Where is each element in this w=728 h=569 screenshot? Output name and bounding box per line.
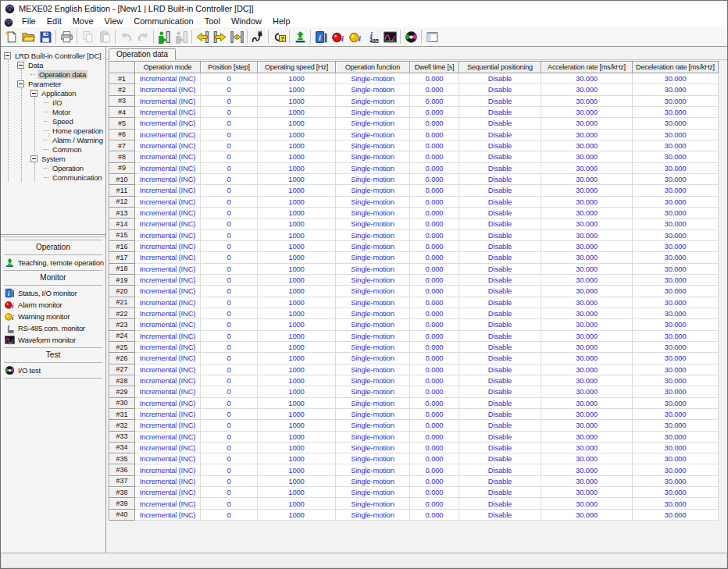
cell[interactable]: 0.000 — [410, 353, 459, 364]
cell[interactable]: Incremental (INC) — [135, 151, 201, 162]
cell[interactable]: 30.000 — [541, 73, 633, 84]
cell[interactable]: Disable — [459, 173, 541, 184]
cell[interactable]: 0.000 — [410, 286, 459, 297]
cell[interactable]: Incremental (INC) — [135, 73, 201, 84]
command-alarm-monitor[interactable]: iAlarm monitor — [2, 299, 104, 311]
toolbar-connection-check-button[interactable]: ? — [270, 28, 287, 45]
cell[interactable]: 0 — [201, 274, 258, 285]
cell[interactable]: Incremental (INC) — [135, 408, 201, 419]
row-header[interactable]: #20 — [109, 286, 135, 297]
tree-item-system[interactable]: System — [30, 154, 105, 163]
cell[interactable]: 0.000 — [410, 173, 459, 184]
cell[interactable]: Disable — [459, 487, 541, 498]
cell[interactable]: Single-motion — [336, 95, 410, 106]
cell[interactable]: 0.000 — [410, 240, 459, 251]
row-header[interactable]: #10 — [109, 173, 135, 184]
cell[interactable]: 1000 — [258, 375, 336, 386]
cell[interactable]: 30.000 — [541, 330, 633, 341]
cell[interactable]: 0.000 — [410, 151, 459, 162]
cell[interactable]: 30.000 — [541, 196, 633, 207]
cell[interactable]: 30.000 — [541, 397, 633, 408]
toolbar-status-io-monitor-button[interactable]: i — [312, 28, 330, 45]
cell[interactable]: Single-motion — [336, 219, 410, 229]
cell[interactable]: 0.000 — [410, 453, 459, 464]
cell[interactable]: 1000 — [258, 252, 336, 263]
cell[interactable]: Single-motion — [336, 386, 410, 397]
row-header[interactable]: #34 — [109, 442, 135, 453]
cell[interactable]: 0.000 — [410, 219, 459, 229]
cell[interactable]: 30.000 — [541, 341, 633, 352]
row-header[interactable]: #1 — [109, 73, 135, 84]
cell[interactable]: 0 — [201, 420, 258, 431]
tree-item-home-operation[interactable]: Home operation — [44, 126, 105, 135]
cell[interactable]: Disable — [459, 274, 541, 285]
cell[interactable]: 1000 — [258, 475, 336, 486]
cell[interactable]: Disable — [459, 475, 541, 486]
tab-operation-data[interactable]: Operation data — [109, 48, 176, 60]
tree-item-application[interactable]: Application — [30, 88, 105, 98]
cell[interactable]: 30.000 — [541, 84, 633, 95]
cell[interactable]: 30.000 — [633, 240, 719, 251]
cell[interactable]: Single-motion — [336, 420, 410, 431]
cell[interactable]: 0.000 — [410, 330, 459, 341]
cell[interactable]: 30.000 — [633, 364, 719, 375]
command-waveform-monitor[interactable]: Waveform monitor — [2, 334, 104, 346]
cell[interactable]: 0 — [201, 240, 258, 251]
cell[interactable]: 30.000 — [633, 341, 719, 352]
cell[interactable]: 1000 — [258, 73, 336, 84]
cell[interactable]: Single-motion — [336, 274, 410, 285]
cell[interactable]: 0 — [201, 263, 258, 274]
cell[interactable]: 30.000 — [541, 151, 633, 162]
cell[interactable]: 30.000 — [541, 229, 633, 240]
cell[interactable]: 30.000 — [633, 330, 719, 341]
cell[interactable]: Single-motion — [336, 464, 410, 475]
cell[interactable]: 0 — [201, 286, 258, 297]
cell[interactable]: Disable — [459, 397, 541, 408]
cell[interactable]: 1000 — [258, 274, 336, 285]
cell[interactable]: 0.000 — [410, 196, 459, 207]
cell[interactable]: 1000 — [258, 263, 336, 274]
cell[interactable]: Disable — [459, 118, 541, 129]
cell[interactable]: 30.000 — [541, 475, 633, 486]
cell[interactable]: Disable — [459, 84, 541, 95]
cell[interactable]: 0 — [201, 162, 258, 173]
column-header[interactable]: Position [step] — [201, 62, 258, 73]
cell[interactable]: 1000 — [258, 386, 336, 397]
cell[interactable]: 30.000 — [633, 129, 719, 140]
menu-window[interactable]: Window — [226, 16, 267, 27]
cell[interactable]: 0 — [201, 319, 258, 330]
collapse-minus-icon[interactable] — [4, 52, 11, 59]
cell[interactable]: Single-motion — [336, 240, 410, 251]
cell[interactable]: 30.000 — [541, 106, 633, 117]
cell[interactable]: 1000 — [258, 464, 336, 475]
cell[interactable]: Incremental (INC) — [135, 106, 201, 117]
row-header[interactable]: #40 — [109, 509, 135, 520]
cell[interactable]: Incremental (INC) — [135, 297, 201, 308]
cell[interactable]: 0.000 — [410, 498, 459, 509]
cell[interactable]: 1000 — [258, 319, 336, 330]
cell[interactable]: Single-motion — [336, 509, 410, 520]
toolbar-read-driver-button[interactable] — [194, 28, 211, 45]
toolbar-alarm-monitor-button[interactable]: i — [330, 28, 347, 45]
cell[interactable]: 30.000 — [541, 509, 633, 520]
cell[interactable]: 0 — [201, 442, 258, 453]
cell[interactable]: 1000 — [258, 397, 336, 408]
cell[interactable]: 0 — [201, 106, 258, 117]
cell[interactable]: 30.000 — [541, 162, 633, 173]
cell[interactable]: 0 — [201, 95, 258, 106]
cell[interactable]: Single-motion — [336, 129, 410, 140]
cell[interactable]: Single-motion — [336, 162, 410, 173]
cell[interactable]: 30.000 — [541, 185, 633, 196]
cell[interactable]: 30.000 — [541, 498, 633, 509]
cell[interactable]: 0.000 — [410, 207, 459, 218]
cell[interactable]: Incremental (INC) — [135, 207, 201, 218]
cell[interactable]: Incremental (INC) — [135, 196, 201, 207]
row-header[interactable]: #27 — [109, 364, 135, 375]
cell[interactable]: 0 — [201, 140, 258, 151]
cell[interactable]: Single-motion — [336, 308, 410, 318]
cell[interactable]: 0 — [201, 252, 258, 263]
cell[interactable]: 30.000 — [541, 173, 633, 184]
cell[interactable]: 0 — [201, 431, 258, 442]
cell[interactable]: 0 — [201, 341, 258, 352]
row-header[interactable]: #5 — [109, 118, 135, 129]
